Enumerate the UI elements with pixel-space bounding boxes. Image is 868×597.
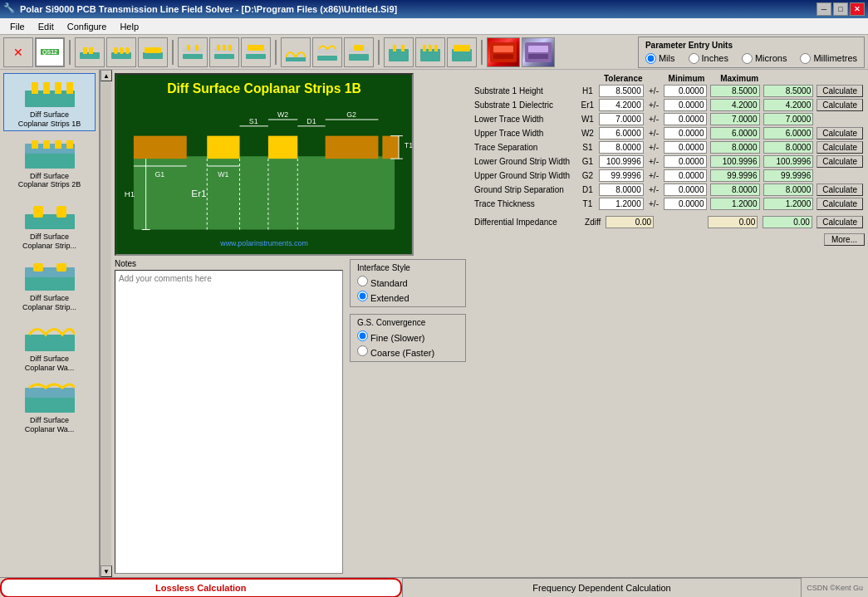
notes-textarea[interactable] <box>115 270 343 574</box>
toolbar-btn-8[interactable] <box>312 37 342 67</box>
toolbar-red-icon[interactable] <box>487 37 520 67</box>
param-rmin-input-7[interactable] <box>710 184 760 196</box>
param-rmin-input-1[interactable] <box>710 99 760 111</box>
param-min-input-3[interactable] <box>664 127 707 139</box>
calc-btn-7[interactable]: Calculate <box>817 184 863 196</box>
toolbar-btn-5[interactable] <box>209 37 239 67</box>
menu-file[interactable]: File <box>3 20 32 33</box>
calc-btn-0[interactable]: Calculate <box>817 85 863 97</box>
param-rmax-input-6[interactable] <box>763 169 813 182</box>
sidebar-item-2[interactable]: Diff SurfaceCoplanar Strip... <box>3 195 96 253</box>
toolbar-btn-12[interactable] <box>447 37 477 67</box>
svg-rect-38 <box>493 54 513 59</box>
param-val-input-8[interactable] <box>599 198 644 210</box>
sidebar-item-1[interactable]: Diff SurfaceCoplanar Strips 2B <box>3 135 96 193</box>
units-mils[interactable]: Mils <box>645 53 675 64</box>
toolbar-btn-2[interactable] <box>106 37 136 67</box>
sidebar-item-4[interactable]: Diff SurfaceCoplanar Wa... <box>3 317 96 375</box>
units-microns[interactable]: Microns <box>742 53 787 64</box>
impedance-calculate-btn[interactable]: Calculate <box>817 216 863 228</box>
param-val-input-3[interactable] <box>599 127 644 139</box>
interface-extended[interactable]: Extended <box>357 291 459 303</box>
scroll-down-btn[interactable]: ▼ <box>101 565 112 577</box>
param-val-input-6[interactable] <box>599 169 644 182</box>
toolbar-qs12-btn[interactable]: QS12 <box>35 37 65 67</box>
param-rmin-input-2[interactable] <box>710 113 760 125</box>
tab-freq-dependent[interactable]: Frequency Dependent Calculation <box>402 578 802 598</box>
menu-help[interactable]: Help <box>113 20 145 33</box>
gs-fine[interactable]: Fine (Slower) <box>357 330 459 343</box>
param-rmax-input-4[interactable] <box>763 141 813 154</box>
toolbar-violet-icon[interactable] <box>522 37 555 67</box>
param-min-input-6[interactable] <box>664 169 707 182</box>
param-val-input-2[interactable] <box>599 113 644 125</box>
toolbar-btn-4[interactable] <box>178 37 208 67</box>
param-val-input-1[interactable] <box>599 99 644 111</box>
param-min-input-5[interactable] <box>664 155 707 168</box>
diagram-container: Diff Surface Coplanar Strips 1B H1 Er1 <box>115 73 414 256</box>
toolbar-btn-11[interactable] <box>415 37 445 67</box>
param-min-input-0[interactable] <box>664 85 707 97</box>
scroll-track[interactable] <box>101 81 111 565</box>
toolbar-close-btn[interactable]: ✕ <box>3 37 33 67</box>
zdiff-result2[interactable] <box>763 216 812 228</box>
menu-configure[interactable]: Configure <box>61 20 114 33</box>
param-rmin-input-3[interactable] <box>710 127 760 139</box>
calc-btn-5[interactable]: Calculate <box>817 155 863 168</box>
minimize-button[interactable]: ─ <box>817 2 831 16</box>
zdiff-input[interactable] <box>606 216 654 228</box>
param-rmin-input-4[interactable] <box>710 141 760 154</box>
toolbar-btn-3[interactable] <box>138 37 168 67</box>
sidebar-item-5[interactable]: Diff SurfaceCoplanar Wa... <box>3 379 96 437</box>
sidebar-item-0[interactable]: Diff SurfaceCoplanar Strips 1B <box>3 73 96 131</box>
param-min-input-8[interactable] <box>664 198 707 210</box>
calc-btn-8[interactable]: Calculate <box>817 198 863 210</box>
param-rmin-input-5[interactable] <box>710 155 760 168</box>
param-min-input-4[interactable] <box>664 141 707 154</box>
param-rmin-input-8[interactable] <box>710 198 760 210</box>
param-min-input-2[interactable] <box>664 113 707 125</box>
param-rmax-input-5[interactable] <box>763 155 813 168</box>
svg-rect-35 <box>454 45 470 51</box>
param-tol-4: +/- <box>646 140 662 154</box>
csdn-label: CSDN ©Kent Gu <box>802 582 868 594</box>
param-rmax-input-8[interactable] <box>763 198 813 210</box>
param-val-input-4[interactable] <box>599 141 644 154</box>
zdiff-result1[interactable] <box>708 216 758 228</box>
close-button[interactable]: ✕ <box>850 2 865 16</box>
param-val-input-7[interactable] <box>599 184 644 196</box>
param-rmax-input-3[interactable] <box>763 127 813 139</box>
restore-button[interactable]: □ <box>833 2 848 16</box>
param-rmin-input-0[interactable] <box>710 85 760 97</box>
svg-rect-29 <box>401 45 405 51</box>
scroll-up-btn[interactable]: ▲ <box>101 70 112 81</box>
calc-btn-1[interactable]: Calculate <box>817 99 863 111</box>
more-button[interactable]: More... <box>824 233 865 246</box>
param-rmax-input-2[interactable] <box>763 113 813 125</box>
param-min-input-1[interactable] <box>664 99 707 111</box>
tab-lossless[interactable]: Lossless Calculation <box>0 578 402 598</box>
param-val-input-0[interactable] <box>599 85 644 97</box>
param-min-input-7[interactable] <box>664 184 707 196</box>
window-controls[interactable]: ─ □ ✕ <box>817 2 865 16</box>
sidebar-scrollbar[interactable]: ▲ ▼ <box>100 70 111 577</box>
calc-btn-3[interactable]: Calculate <box>817 127 863 139</box>
units-inches[interactable]: Inches <box>689 53 728 64</box>
toolbar-btn-1[interactable] <box>75 37 105 67</box>
interface-standard[interactable]: Standard <box>357 276 459 288</box>
impedance-sym: Zdiff <box>581 214 604 230</box>
gs-coarse[interactable]: Coarse (Faster) <box>357 345 459 358</box>
toolbar-btn-10[interactable] <box>384 37 414 67</box>
toolbar-btn-6[interactable] <box>241 37 271 67</box>
param-rmin-input-6[interactable] <box>710 169 760 182</box>
sidebar-item-3[interactable]: Diff SurfaceCoplanar Strip... <box>3 257 96 315</box>
toolbar-btn-9[interactable] <box>344 37 374 67</box>
param-rmax-input-0[interactable] <box>763 85 813 97</box>
calc-btn-4[interactable]: Calculate <box>817 141 863 154</box>
param-rmax-input-1[interactable] <box>763 99 813 111</box>
param-rmax-input-7[interactable] <box>763 184 813 196</box>
menu-edit[interactable]: Edit <box>32 20 61 33</box>
units-millimetres[interactable]: Millimetres <box>800 53 857 64</box>
param-val-input-5[interactable] <box>599 155 644 168</box>
toolbar-btn-7[interactable] <box>281 37 311 67</box>
